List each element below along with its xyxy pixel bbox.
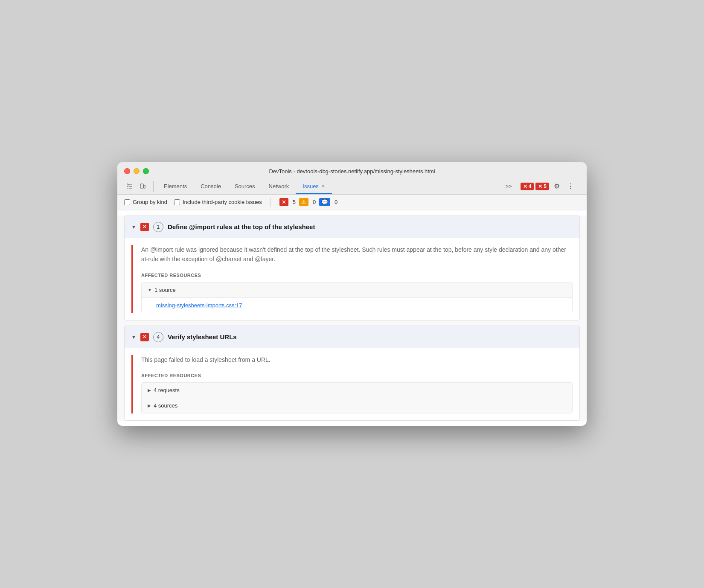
group-by-kind-label: Group by kind [133,199,167,205]
devtools-icon-group [124,181,154,192]
svg-rect-0 [127,184,128,185]
resources-box-1: ▼ 1 source missing-stylesheets-imports.c… [141,282,573,313]
minimize-button[interactable] [134,168,140,174]
issues-content: ▼ ✕ 1 Define @import rules at the top of… [117,215,587,421]
tab-elements[interactable]: Elements [157,179,194,194]
more-tabs-button[interactable]: >> [498,179,518,194]
group-by-kind-input[interactable] [124,199,130,205]
third-party-input[interactable] [174,199,180,205]
tab-console[interactable]: Console [194,179,228,194]
titlebar: DevTools - devtools-dbg-stories.netlify.… [117,162,587,195]
resource-sources-label: 4 sources [154,402,177,409]
maximize-button[interactable] [143,168,149,174]
resource-row-sources[interactable]: ▶ 4 sources [142,398,572,413]
issue-border-2 [131,355,133,413]
issue-count-1: 1 [153,222,163,232]
third-party-label: Include third-party cookie issues [183,199,262,205]
issue-item-1: ▼ ✕ 1 Define @import rules at the top of… [124,215,580,320]
resource-requests-label: 4 requests [154,387,180,393]
settings-button[interactable]: ⚙ [551,180,563,192]
filter-warning-badge[interactable]: ⚠ [299,198,308,206]
affected-label-1: AFFECTED RESOURCES [141,273,573,278]
issue-header-1[interactable]: ▼ ✕ 1 Define @import rules at the top of… [125,216,579,238]
issue-title-1: Define @import rules at the top of the s… [168,223,315,230]
error-icon: ✕ [523,183,527,189]
group-by-kind-checkbox[interactable]: Group by kind [124,199,167,205]
filter-bar: Group by kind Include third-party cookie… [117,195,587,210]
issue-content-1: An @import rule was ignored because it w… [141,238,573,313]
close-button[interactable] [124,168,130,174]
filter-separator [271,198,271,207]
filter-info-badge[interactable]: 💬 [319,198,330,206]
resource-chevron-requests: ▶ [148,388,151,393]
issue-border-1 [131,245,133,313]
issue-title-2: Verify stylesheet URLs [168,333,237,341]
tabs-overflow: >> ✕ 4 ✕ 5 ⚙ ⋮ [495,179,580,194]
issue-error-icon-1: ✕ [140,223,149,231]
resource-source-label: 1 source [154,287,176,293]
resource-chevron-source: ▼ [148,288,152,292]
filter-badges: ✕ 5 ⚠ 0 💬 0 [279,198,338,206]
affected-label-2: AFFECTED RESOURCES [141,373,573,378]
devtools-window: DevTools - devtools-dbg-stories.netlify.… [117,162,587,426]
resource-row-source[interactable]: ▼ 1 source [142,282,572,297]
resource-link[interactable]: missing-stylesheets-imports.css:17 [142,298,572,313]
issue-item-2: ▼ ✕ 4 Verify stylesheet URLs This page f… [124,326,580,421]
filter-info-count: 0 [335,199,337,205]
issue-body-2: This page failed to load a stylesheet fr… [125,348,579,420]
error-badge[interactable]: ✕ 4 [521,183,534,190]
tabs-row: Elements Console Sources Network Issues … [124,179,580,194]
device-icon[interactable] [137,181,148,192]
resource-chevron-sources: ▶ [148,403,151,408]
issue-content-2: This page failed to load a stylesheet fr… [141,348,573,413]
filter-warning-count: 0 [313,199,316,205]
filter-error-badge[interactable]: ✕ [279,198,288,206]
issue-body-1: An @import rule was ignored because it w… [125,238,579,320]
resource-row-requests[interactable]: ▶ 4 requests [142,383,572,398]
issue-error-icon-2: ✕ [140,333,149,341]
tab-sources[interactable]: Sources [228,179,262,194]
issue-count-2: 4 [153,332,163,342]
svg-rect-2 [144,185,145,188]
window-title: DevTools - devtools-dbg-stories.netlify.… [269,168,435,175]
tab-network[interactable]: Network [262,179,296,194]
resource-link-row: missing-stylesheets-imports.css:17 [142,297,572,313]
warning-badge[interactable]: ✕ 5 [535,183,549,190]
warning-icon: ✕ [538,183,542,189]
issue-description-1: An @import rule was ignored because it w… [141,245,573,264]
inspect-icon[interactable] [124,181,135,192]
issue-header-2[interactable]: ▼ ✕ 4 Verify stylesheet URLs [125,326,579,348]
filter-error-count: 5 [293,199,296,205]
issue-chevron-2: ▼ [131,335,136,340]
traffic-lights [124,168,149,174]
more-options-button[interactable]: ⋮ [564,180,576,192]
tab-issues[interactable]: Issues ✕ [296,179,332,194]
third-party-checkbox[interactable]: Include third-party cookie issues [174,199,262,205]
issue-description-2: This page failed to load a stylesheet fr… [141,355,573,364]
tab-issues-close[interactable]: ✕ [321,183,325,189]
resources-box-2: ▶ 4 requests ▶ 4 sources [141,382,573,413]
issue-chevron-1: ▼ [131,224,136,230]
svg-rect-1 [140,184,143,188]
